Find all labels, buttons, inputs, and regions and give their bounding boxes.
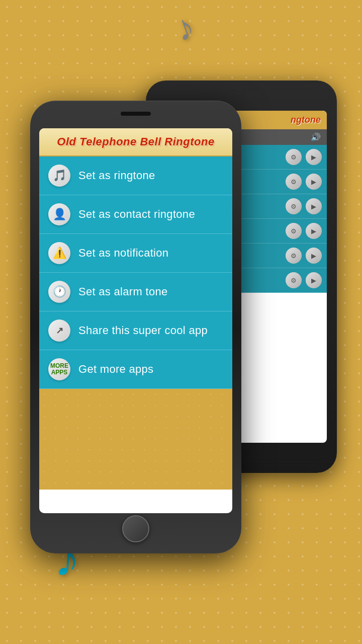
back-play-icon-6: ▶ bbox=[306, 272, 322, 288]
screen-bottom-area bbox=[39, 389, 232, 490]
back-gear-icon-1: ⚙ bbox=[286, 149, 302, 165]
menu-item-more-apps[interactable]: MOREAPPS Get more apps bbox=[39, 350, 232, 389]
notification-icon: ⚠️ bbox=[48, 242, 70, 264]
more-apps-icon: MOREAPPS bbox=[48, 358, 70, 380]
phone-speaker bbox=[121, 112, 151, 116]
speaker-icon: 🔊 bbox=[311, 132, 321, 142]
ringtone-label: Set as ringtone bbox=[78, 169, 155, 182]
menu-item-alarm[interactable]: 🕐 Set as alarm tone bbox=[39, 273, 232, 311]
phone-screen: Old Telephone Bell Ringtone 🎵 Set as rin… bbox=[39, 128, 232, 513]
back-play-icon-1: ▶ bbox=[306, 149, 322, 165]
app-title: Old Telephone Bell Ringtone bbox=[47, 135, 224, 148]
more-apps-label: Get more apps bbox=[78, 363, 153, 376]
share-label: Share this super cool app bbox=[78, 324, 208, 337]
menu-item-contact-ringtone[interactable]: 👤 Set as contact ringtone bbox=[39, 195, 232, 234]
screen-header: Old Telephone Bell Ringtone bbox=[39, 128, 232, 156]
alarm-icon: 🕐 bbox=[48, 281, 70, 303]
menu-item-ringtone[interactable]: 🎵 Set as ringtone bbox=[39, 156, 232, 195]
back-gear-icon-2: ⚙ bbox=[286, 174, 302, 190]
back-play-icon-5: ▶ bbox=[306, 248, 322, 264]
back-gear-icon-3: ⚙ bbox=[286, 198, 302, 214]
phone-back-title: ngtone bbox=[291, 115, 321, 125]
back-gear-icon-4: ⚙ bbox=[286, 223, 302, 239]
notification-label: Set as notification bbox=[78, 247, 168, 260]
back-play-icon-4: ▶ bbox=[306, 223, 322, 239]
alarm-label: Set as alarm tone bbox=[78, 285, 168, 298]
menu-item-notification[interactable]: ⚠️ Set as notification bbox=[39, 234, 232, 273]
contact-ringtone-icon: 👤 bbox=[48, 203, 70, 225]
home-button[interactable] bbox=[122, 515, 149, 542]
share-icon: ↗ bbox=[48, 319, 70, 342]
contact-ringtone-label: Set as contact ringtone bbox=[78, 208, 195, 221]
menu-item-share[interactable]: ↗ Share this super cool app bbox=[39, 311, 232, 350]
back-gear-icon-5: ⚙ bbox=[286, 248, 302, 264]
back-play-icon-3: ▶ bbox=[306, 198, 322, 214]
menu-list: 🎵 Set as ringtone 👤 Set as contact ringt… bbox=[39, 156, 232, 389]
phone-front: Old Telephone Bell Ringtone 🎵 Set as rin… bbox=[30, 101, 241, 553]
ringtone-icon: 🎵 bbox=[48, 165, 70, 187]
back-gear-icon-6: ⚙ bbox=[286, 272, 302, 288]
back-play-icon-2: ▶ bbox=[306, 174, 322, 190]
